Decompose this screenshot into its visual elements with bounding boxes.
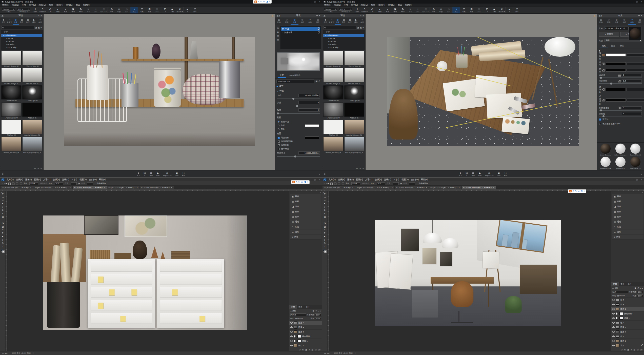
link-icon[interactable]: ⊃ [621, 349, 623, 351]
menu-item[interactable]: 照明(L) [29, 4, 36, 7]
toolbar-button[interactable]: ⊞ 新建 [468, 7, 475, 13]
ribbon-button[interactable]: ▦ 项目 [471, 172, 475, 176]
add-environment-icon[interactable]: ◍ [277, 27, 279, 29]
tool-button[interactable]: ⊙ [324, 242, 326, 244]
layer-row[interactable]: 曲线 1 [611, 316, 644, 321]
close-tab-icon[interactable]: ✕ [136, 187, 138, 189]
height-field[interactable] [409, 182, 415, 185]
splitter-handle[interactable] [275, 50, 322, 52]
property-value-field[interactable] [627, 62, 644, 65]
detach-icon[interactable]: ⧉ [360, 14, 361, 17]
minimize-button[interactable]: — [310, 179, 312, 181]
tool-button[interactable]: ▭ [2, 196, 4, 198]
toolbar-button[interactable]: ⟳ 性能模式 [361, 7, 369, 13]
tool-button[interactable]: T [2, 232, 3, 234]
import-folder-icon[interactable]: ▣ [360, 27, 362, 29]
menu-item[interactable]: 图像(I) [347, 178, 354, 181]
foreground-background-swatches[interactable] [323, 249, 327, 253]
environment-thumbnail[interactable]: All Black 4K [22, 103, 43, 119]
project-tab[interactable]: ☉ 照明 [283, 18, 291, 25]
property-value-field[interactable] [627, 69, 644, 72]
delete-icon[interactable]: ⌧ [318, 349, 320, 351]
menu-item[interactable]: 图像 [49, 4, 53, 7]
menu-item[interactable]: 渲染(R) [56, 4, 63, 7]
ground-size-value[interactable]: 100000.001毫米 [298, 151, 320, 155]
library-tab[interactable]: ◆ 模型 [0, 18, 6, 25]
toolbar-button[interactable]: ↻ 环绕 [399, 7, 407, 13]
fx-icon[interactable]: fx [624, 349, 626, 351]
environment-thumbnail[interactable]: 1 Point Dark 4K [323, 85, 344, 102]
tool-button[interactable]: ✚ [324, 209, 326, 211]
tool-button[interactable]: ◪ [2, 222, 4, 225]
fill-field[interactable]: 100% [315, 317, 321, 320]
opacity-field[interactable]: 100% [315, 313, 321, 316]
toolbar-button[interactable]: ▥ 列表 [153, 7, 161, 13]
close-tab-icon[interactable]: ✕ [493, 187, 494, 189]
ribbon-button[interactable]: ✂ 截图 [504, 172, 507, 176]
diffuse-alpha-check[interactable]: 使用漫射贴图 Alpha [597, 122, 644, 126]
import-folder-icon[interactable]: ▣ [38, 27, 40, 29]
filter-icons[interactable]: ▣ ◑ T ▭ ● [635, 287, 643, 289]
detach-icon[interactable]: ⧉ [316, 14, 318, 17]
property-slider[interactable] [599, 83, 642, 85]
menu-item[interactable]: 帮助(H) [405, 4, 412, 7]
material-thumbnail[interactable]: Urban Concrete [599, 144, 613, 156]
menu-item[interactable]: 文件(F) [2, 4, 9, 7]
ribbon-button[interactable]: ▶ 动画 [156, 172, 159, 176]
tool-button[interactable]: ▯ [324, 239, 325, 241]
toolbar-button[interactable]: ✖ 平移 [85, 7, 92, 13]
window-controls[interactable]: — ▢ ✕ [632, 179, 642, 181]
hdr-file-field[interactable]: startup.hdr [276, 80, 314, 83]
status-chevron-icon[interactable]: 〉 [355, 352, 357, 354]
environment-item[interactable]: ◌ 新建环境 [281, 31, 320, 34]
tool-button[interactable]: ◪ [324, 222, 326, 225]
adjustment-icon[interactable]: ◑ [631, 349, 632, 351]
maximize-button[interactable]: ▢ [636, 1, 638, 3]
layer-row[interactable]: 组 3 [611, 302, 644, 307]
tree-item[interactable]: Outdoor [323, 40, 364, 43]
toolbar-button[interactable]: ▥ 列表 [475, 7, 483, 13]
library-tab[interactable]: ▩ 背景 [19, 18, 25, 25]
foreground-background-swatches[interactable] [1, 249, 5, 253]
library-tab[interactable]: ◆ 模型 [322, 18, 328, 25]
fx-icon[interactable]: fx [302, 349, 304, 351]
layer-row[interactable]: 曲线 1 [289, 339, 322, 343]
tool-button[interactable]: ◠ [2, 229, 4, 231]
hamburger-icon[interactable]: ≡ [2, 173, 4, 175]
panel-tab[interactable]: ✒ 路径 [612, 224, 643, 229]
tool-button[interactable]: ✦ [2, 202, 4, 205]
toolbar-button[interactable]: ▤ 相机 [460, 7, 468, 13]
minimize-button[interactable]: — [632, 179, 634, 181]
ribbon-button[interactable]: ◉ 渲染 [175, 172, 178, 176]
environment-thumbnail[interactable]: All White 4K [1, 120, 22, 136]
toolbar-button[interactable]: ⊕ 添加 [108, 7, 115, 13]
close-tab-icon[interactable]: ✕ [69, 187, 71, 189]
ribbon-button[interactable]: ◎ KeyShotXR [163, 172, 172, 176]
toolbar-button[interactable]: ▤ 相机 [138, 7, 146, 13]
menu-item[interactable]: 图层(L) [356, 178, 363, 181]
toolbar-button[interactable]: ⚒ 工具 [161, 7, 168, 13]
toolbar-button[interactable]: ◎ 切换 [115, 7, 123, 13]
horizontal-ruler[interactable] [0, 189, 322, 191]
search-input[interactable] [323, 26, 356, 29]
menu-item[interactable]: 输出(E) [12, 4, 19, 7]
panel-tab[interactable]: ◧ 颜色 [290, 194, 321, 199]
menu-item[interactable]: 查看(V) [66, 4, 73, 7]
home-icon[interactable]: ⌂ [2, 183, 3, 185]
menu-item[interactable]: 图像 [371, 4, 375, 7]
tool-button[interactable]: ✦ [324, 202, 326, 205]
project-tab[interactable]: ◍ 环境 [291, 18, 298, 25]
library-tab[interactable]: ▩ 背景 [341, 18, 347, 25]
snipaste-tool-icon[interactable]: ◨ [304, 181, 306, 183]
canvas-area[interactable] [6, 191, 289, 351]
tab-labels[interactable]: 标签 [618, 44, 626, 48]
environment-thumbnail[interactable]: 1 Point Medium 4K [1, 103, 22, 119]
warning-icon[interactable]: ⚠ [593, 15, 596, 17]
toolbar-button[interactable]: ▼ 推移 [414, 7, 422, 13]
menu-item[interactable]: 环境 [344, 4, 348, 7]
project-tab[interactable]: ◍ 环境 [613, 18, 620, 25]
opacity-field[interactable]: 100% [637, 291, 643, 293]
toolbar-button[interactable]: ▢ 脚本 [191, 7, 199, 13]
visibility-eye-icon[interactable] [612, 345, 615, 346]
document-tab[interactable]: 65.psb @ 88.6% (图层 3, RGB/8) *✕ [140, 186, 174, 189]
